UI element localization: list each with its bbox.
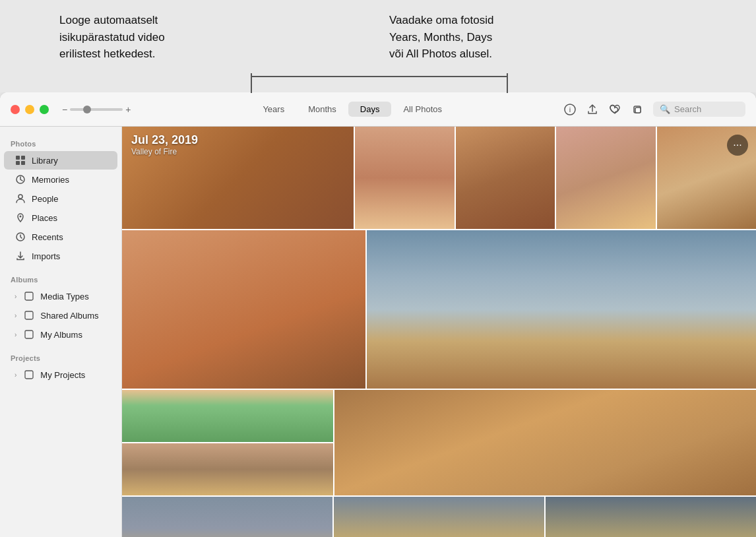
photo-row-4: +3: [122, 497, 756, 537]
expand-icon: ›: [15, 312, 16, 319]
memories-icon: [15, 174, 26, 185]
tab-years[interactable]: Years: [251, 102, 296, 117]
photo-grid: Jul 23, 2019 Valley of Fire ···: [122, 127, 756, 537]
sidebar-item-my-albums[interactable]: › My Albums: [4, 325, 117, 344]
photo-item[interactable]: Jul 23, 2019 Valley of Fire: [122, 127, 354, 229]
imports-icon: [15, 250, 26, 262]
svg-rect-3: [635, 108, 641, 113]
close-button[interactable]: [11, 105, 20, 114]
photo-item[interactable]: [122, 443, 333, 495]
photo-item[interactable]: [122, 390, 333, 442]
sidebar-section-projects: Projects: [0, 349, 121, 365]
zoom-slider-thumb: [83, 106, 91, 113]
sidebar-section-photos: Photos: [0, 135, 121, 150]
day-location: Valley of Fire: [131, 147, 198, 156]
recents-icon: [15, 231, 26, 243]
people-icon: [15, 193, 26, 205]
my-albums-label: My Albums: [40, 330, 82, 340]
share-button[interactable]: [586, 103, 599, 116]
photo-item[interactable]: [334, 390, 756, 495]
minimize-button[interactable]: [25, 105, 34, 114]
people-label: People: [32, 194, 58, 204]
sidebar-item-people[interactable]: People: [4, 189, 117, 208]
tab-months[interactable]: Months: [296, 102, 348, 117]
imports-label: Imports: [32, 251, 60, 261]
my-albums-icon: [23, 329, 35, 340]
titlebar: − + Years Months Days All Photos i: [0, 92, 756, 127]
annotation-right: Vaadake oma fotosid Years, Months, Days …: [389, 12, 736, 63]
tab-days[interactable]: Days: [348, 102, 392, 117]
svg-point-10: [20, 216, 22, 218]
search-placeholder: Search: [674, 104, 701, 114]
my-projects-label: My Projects: [40, 370, 85, 380]
sidebar-item-my-projects[interactable]: › My Projects: [4, 365, 117, 384]
maximize-button[interactable]: [40, 105, 49, 114]
svg-rect-7: [21, 161, 25, 165]
photo-item[interactable]: [355, 127, 454, 229]
places-label: Places: [32, 213, 57, 223]
sidebar-item-recents[interactable]: Recents: [4, 228, 117, 246]
photo-item[interactable]: [367, 230, 756, 389]
my-projects-icon: [23, 369, 35, 381]
photo-item[interactable]: [556, 127, 655, 229]
content-area: Photos Library: [0, 127, 756, 537]
svg-rect-5: [21, 156, 25, 160]
zoom-out-button[interactable]: −: [62, 104, 67, 115]
places-icon: [15, 212, 26, 224]
sidebar-item-memories[interactable]: Memories: [4, 170, 117, 189]
sidebar-item-places[interactable]: Places: [4, 208, 117, 227]
expand-icon: ›: [15, 371, 16, 379]
zoom-slider[interactable]: [70, 108, 123, 111]
sidebar-section-albums: Albums: [0, 270, 121, 286]
library-icon: [15, 154, 26, 166]
annotation-left: Looge automaatselt isikupärastatud video…: [59, 12, 270, 63]
photo-item[interactable]: [334, 497, 544, 537]
shared-albums-label: Shared Albums: [40, 311, 98, 321]
photo-item[interactable]: ···: [657, 127, 756, 229]
photo-item[interactable]: +3: [546, 497, 756, 537]
svg-rect-12: [25, 292, 33, 300]
more-button[interactable]: ···: [727, 135, 748, 156]
search-icon: 🔍: [660, 104, 670, 114]
svg-text:i: i: [569, 106, 571, 113]
annotation-line: [251, 76, 508, 77]
photo-item[interactable]: [122, 230, 365, 389]
photo-row-3: [122, 390, 756, 495]
toolbar-actions: i 🔍: [563, 102, 745, 117]
sidebar-item-library[interactable]: Library: [4, 151, 117, 170]
svg-rect-13: [25, 311, 33, 319]
photo-item[interactable]: [456, 127, 555, 229]
zoom-in-button[interactable]: +: [125, 104, 131, 115]
sidebar-item-shared-albums[interactable]: › Shared Albums: [4, 306, 117, 325]
sidebar-item-imports[interactable]: Imports: [4, 247, 117, 265]
memories-label: Memories: [32, 175, 69, 185]
shared-albums-icon: [23, 309, 35, 321]
svg-rect-4: [16, 156, 20, 160]
svg-rect-6: [16, 161, 20, 165]
day-group-jul23: Jul 23, 2019 Valley of Fire ···: [122, 127, 756, 537]
search-box[interactable]: 🔍 Search: [653, 102, 745, 117]
recents-label: Recents: [32, 232, 63, 242]
heart-button[interactable]: [608, 103, 621, 116]
info-button[interactable]: i: [563, 103, 577, 116]
main-window: − + Years Months Days All Photos i: [0, 92, 756, 537]
duplicate-button[interactable]: [631, 103, 644, 116]
sidebar: Photos Library: [0, 127, 122, 537]
day-header-overlay: Jul 23, 2019 Valley of Fire: [122, 127, 207, 163]
svg-rect-14: [25, 331, 33, 338]
expand-icon: ›: [15, 293, 16, 300]
photo-row-1: Jul 23, 2019 Valley of Fire ···: [122, 127, 756, 229]
expand-icon: ›: [15, 331, 16, 338]
svg-rect-15: [25, 371, 33, 379]
zoom-control: − +: [62, 104, 131, 115]
media-types-label: Media Types: [40, 292, 88, 301]
svg-point-9: [18, 195, 22, 199]
traffic-lights: [11, 105, 49, 114]
day-date: Jul 23, 2019: [131, 133, 198, 147]
library-label: Library: [32, 156, 58, 166]
media-types-icon: [23, 290, 35, 302]
photo-item[interactable]: [122, 497, 332, 537]
tab-all-photos[interactable]: All Photos: [391, 102, 454, 117]
photo-row-2: [122, 230, 756, 389]
sidebar-item-media-types[interactable]: › Media Types: [4, 287, 117, 305]
